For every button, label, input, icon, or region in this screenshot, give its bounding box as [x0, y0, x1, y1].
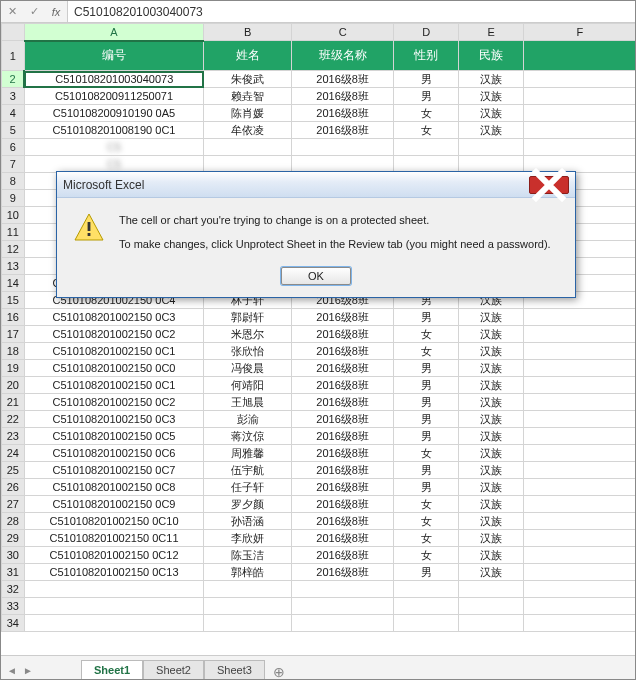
header-cell-B[interactable]: 姓名	[204, 41, 291, 71]
close-icon[interactable]	[529, 176, 569, 194]
sheet-tab-sheet1[interactable]: Sheet1	[81, 660, 143, 680]
cell-C2[interactable]: 2016级8班	[291, 71, 394, 88]
cell-F27[interactable]	[523, 496, 635, 513]
cell-B34[interactable]	[204, 615, 291, 632]
cell-C26[interactable]: 2016级8班	[291, 479, 394, 496]
cell-B31[interactable]: 郭梓皓	[204, 564, 291, 581]
row-header-7[interactable]: 7	[2, 156, 25, 173]
cell-C5[interactable]: 2016级8班	[291, 122, 394, 139]
cell-B27[interactable]: 罗夕颜	[204, 496, 291, 513]
sheet-tab-sheet2[interactable]: Sheet2	[143, 660, 204, 680]
cell-D24[interactable]: 女	[394, 445, 459, 462]
cell-B16[interactable]: 郭尉轩	[204, 309, 291, 326]
row-header-32[interactable]: 32	[2, 581, 25, 598]
cell-F34[interactable]	[523, 615, 635, 632]
cell-D19[interactable]: 男	[394, 360, 459, 377]
sheet-nav-arrows[interactable]: ◄ ►	[7, 665, 33, 676]
cell-D30[interactable]: 女	[394, 547, 459, 564]
cell-A26[interactable]: C510108201002150 0C8	[24, 479, 204, 496]
cell-C20[interactable]: 2016级8班	[291, 377, 394, 394]
cell-D32[interactable]	[394, 581, 459, 598]
cell-C19[interactable]: 2016级8班	[291, 360, 394, 377]
cell-C32[interactable]	[291, 581, 394, 598]
cell-B6[interactable]	[204, 139, 291, 156]
formula-cancel-icon[interactable]: ✕	[1, 2, 23, 22]
cell-A17[interactable]: C510108201002150 0C2	[24, 326, 204, 343]
cell-A28[interactable]: C510108201002150 0C10	[24, 513, 204, 530]
cell-A4[interactable]: C510108200910190 0A5	[24, 105, 204, 122]
cell-E34[interactable]	[459, 615, 524, 632]
header-cell-A[interactable]: 编号	[24, 41, 204, 71]
cell-E6[interactable]	[459, 139, 524, 156]
cell-A5[interactable]: C510108201008190 0C1	[24, 122, 204, 139]
cell-F30[interactable]	[523, 547, 635, 564]
cell-A27[interactable]: C510108201002150 0C9	[24, 496, 204, 513]
row-header-9[interactable]: 9	[2, 190, 25, 207]
cell-B30[interactable]: 陈玉洁	[204, 547, 291, 564]
row-header-20[interactable]: 20	[2, 377, 25, 394]
cell-A21[interactable]: C510108201002150 0C2	[24, 394, 204, 411]
cell-F24[interactable]	[523, 445, 635, 462]
cell-D3[interactable]: 男	[394, 88, 459, 105]
row-header-14[interactable]: 14	[2, 275, 25, 292]
cell-A22[interactable]: C510108201002150 0C3	[24, 411, 204, 428]
cell-B19[interactable]: 冯俊晨	[204, 360, 291, 377]
cell-C24[interactable]: 2016级8班	[291, 445, 394, 462]
cell-E17[interactable]: 汉族	[459, 326, 524, 343]
cell-D16[interactable]: 男	[394, 309, 459, 326]
cell-D34[interactable]	[394, 615, 459, 632]
cell-F18[interactable]	[523, 343, 635, 360]
cell-A31[interactable]: C510108201002150 0C13	[24, 564, 204, 581]
cell-C4[interactable]: 2016级8班	[291, 105, 394, 122]
row-header-30[interactable]: 30	[2, 547, 25, 564]
header-cell-C[interactable]: 班级名称	[291, 41, 394, 71]
cell-D2[interactable]: 男	[394, 71, 459, 88]
cell-A25[interactable]: C510108201002150 0C7	[24, 462, 204, 479]
cell-C6[interactable]	[291, 139, 394, 156]
cell-F29[interactable]	[523, 530, 635, 547]
cell-C33[interactable]	[291, 598, 394, 615]
row-header-1[interactable]: 1	[2, 41, 25, 71]
col-header-E[interactable]: E	[459, 24, 524, 41]
cell-C31[interactable]: 2016级8班	[291, 564, 394, 581]
cell-D5[interactable]: 女	[394, 122, 459, 139]
cell-E28[interactable]: 汉族	[459, 513, 524, 530]
cell-A3[interactable]: C510108200911250071	[24, 88, 204, 105]
cell-B33[interactable]	[204, 598, 291, 615]
cell-C22[interactable]: 2016级8班	[291, 411, 394, 428]
cell-E19[interactable]: 汉族	[459, 360, 524, 377]
cell-C17[interactable]: 2016级8班	[291, 326, 394, 343]
row-header-19[interactable]: 19	[2, 360, 25, 377]
cell-D20[interactable]: 男	[394, 377, 459, 394]
cell-E23[interactable]: 汉族	[459, 428, 524, 445]
col-header-D[interactable]: D	[394, 24, 459, 41]
row-header-5[interactable]: 5	[2, 122, 25, 139]
cell-C25[interactable]: 2016级8班	[291, 462, 394, 479]
sheet-tab-sheet3[interactable]: Sheet3	[204, 660, 265, 680]
cell-F22[interactable]	[523, 411, 635, 428]
cell-C23[interactable]: 2016级8班	[291, 428, 394, 445]
row-header-15[interactable]: 15	[2, 292, 25, 309]
cell-D21[interactable]: 男	[394, 394, 459, 411]
spreadsheet-grid[interactable]: ABCDEF1编号姓名班级名称性别民族2C510108201003040073朱…	[1, 23, 635, 643]
cell-D4[interactable]: 女	[394, 105, 459, 122]
cell-C21[interactable]: 2016级8班	[291, 394, 394, 411]
row-header-11[interactable]: 11	[2, 224, 25, 241]
select-all-corner[interactable]	[2, 24, 25, 41]
cell-F28[interactable]	[523, 513, 635, 530]
row-header-28[interactable]: 28	[2, 513, 25, 530]
row-header-25[interactable]: 25	[2, 462, 25, 479]
cell-E16[interactable]: 汉族	[459, 309, 524, 326]
cell-C18[interactable]: 2016级8班	[291, 343, 394, 360]
cell-F33[interactable]	[523, 598, 635, 615]
cell-F21[interactable]	[523, 394, 635, 411]
cell-B26[interactable]: 任子轩	[204, 479, 291, 496]
cell-A24[interactable]: C510108201002150 0C6	[24, 445, 204, 462]
col-header-F[interactable]: F	[523, 24, 635, 41]
col-header-C[interactable]: C	[291, 24, 394, 41]
cell-E18[interactable]: 汉族	[459, 343, 524, 360]
cell-B23[interactable]: 蒋汶倞	[204, 428, 291, 445]
cell-A32[interactable]	[24, 581, 204, 598]
row-header-4[interactable]: 4	[2, 105, 25, 122]
cell-E33[interactable]	[459, 598, 524, 615]
